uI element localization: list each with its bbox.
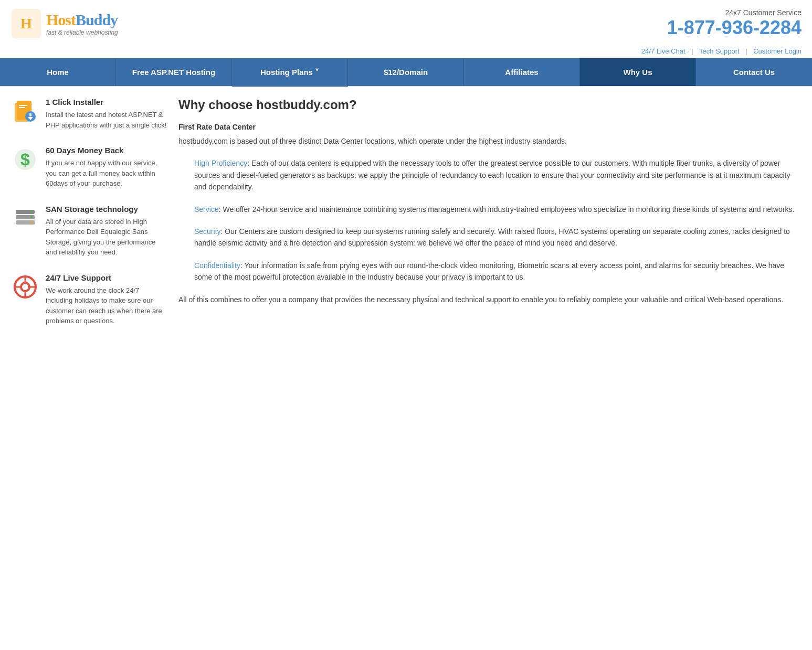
security-text: Security: Our Centers are custom designe…	[194, 226, 802, 249]
nav-item-asp[interactable]: Free ASP.NET Hosting	[116, 58, 232, 87]
svg-text:$: $	[20, 150, 30, 169]
nav-item-hosting-plans[interactable]: Hosting Plans ˅	[232, 58, 348, 87]
live-support-title: 24/7 Live Support	[46, 273, 168, 282]
svg-text:H: H	[20, 15, 32, 31]
high-proficiency-body: : Each of our data centers is equipped w…	[194, 159, 790, 191]
logo-tagline: fast & reliable webhosting	[46, 29, 118, 36]
phone-number: 1-877-936-2284	[667, 17, 802, 39]
main-nav: Home Free ASP.NET Hosting Hosting Plans …	[0, 58, 812, 87]
nav-item-contact[interactable]: Contact Us	[696, 58, 812, 87]
security-link[interactable]: Security	[194, 227, 221, 236]
separator-2: |	[745, 47, 747, 55]
installer-desc: Install the latest and hotest ASP.NET & …	[46, 110, 168, 130]
money-back-title: 60 Days Money Back	[46, 146, 168, 155]
confidentiality-text: Confidentiality: Your information is saf…	[194, 260, 802, 283]
san-storage-content: SAN Storage technology All of your data …	[46, 205, 168, 258]
installer-content: 1 Click Installer Install the latest and…	[46, 98, 168, 130]
dollar-icon: $	[10, 146, 39, 172]
money-back-desc: If you are not happy with our service, y…	[46, 158, 168, 189]
subsection-confidentiality: Confidentiality: Your information is saf…	[194, 260, 802, 283]
support-icon	[10, 273, 39, 300]
logo-area: H HostBuddy fast & reliable webhosting	[10, 8, 118, 39]
svg-point-15	[30, 216, 33, 218]
san-storage-desc: All of your data are stored in High Perf…	[46, 217, 168, 258]
header-right: 24x7 Customer Service 1-877-936-2284	[667, 8, 802, 39]
nav-item-why-us[interactable]: Why Us	[580, 58, 696, 87]
confidentiality-link[interactable]: Confidentiality	[194, 261, 240, 270]
logo-icon: H	[10, 8, 42, 39]
live-support-content: 24/7 Live Support We work around the clo…	[46, 273, 168, 326]
sidebar-san-storage: SAN Storage technology All of your data …	[10, 205, 168, 258]
subsection-high-proficiency: High Proficiency: Each of our data cente…	[194, 157, 802, 193]
sidebar-click-installer: 1 Click Installer Install the latest and…	[10, 98, 168, 130]
section-intro: hostbuddy.com is based out of three dist…	[178, 135, 802, 147]
security-body: : Our Centers are custom designed to kee…	[194, 227, 790, 247]
page-title: Why choose hostbuddy.com?	[178, 98, 802, 112]
customer-service-label: 24x7 Customer Service	[667, 8, 802, 17]
high-proficiency-link[interactable]: High Proficiency	[194, 159, 247, 167]
tech-support-link[interactable]: Tech Support	[699, 47, 740, 55]
svg-point-18	[21, 283, 29, 291]
confidentiality-body: : Your information is safe from prying e…	[194, 261, 784, 281]
sidebar-money-back: $ 60 Days Money Back If you are not happ…	[10, 146, 168, 189]
customer-login-link[interactable]: Customer Login	[753, 47, 802, 55]
money-back-content: 60 Days Money Back If you are not happy …	[46, 146, 168, 189]
nav-item-affiliates[interactable]: Affiliates	[464, 58, 580, 87]
installer-title: 1 Click Installer	[46, 98, 168, 106]
logo-name-part2: Buddy	[76, 11, 118, 28]
nav-item-home[interactable]: Home	[0, 58, 116, 87]
svg-point-14	[30, 211, 33, 213]
logo-name-part1: Host	[46, 11, 76, 28]
service-body: : We offer 24-hour service and maintenan…	[219, 205, 795, 214]
sidebar: 1 Click Installer Install the latest and…	[10, 98, 168, 342]
service-link[interactable]: Service	[194, 205, 219, 214]
installer-icon	[10, 98, 39, 124]
high-proficiency-text: High Proficiency: Each of our data cente…	[194, 157, 802, 193]
main-wrapper: 1 Click Installer Install the latest and…	[0, 87, 812, 353]
nav-item-domain[interactable]: $12/Domain	[348, 58, 464, 87]
section-title: First Rate Data Center	[178, 123, 802, 131]
subsection-security: Security: Our Centers are custom designe…	[194, 226, 802, 249]
storage-icon	[10, 205, 39, 231]
svg-point-16	[30, 221, 33, 223]
sidebar-live-support: 24/7 Live Support We work around the clo…	[10, 273, 168, 326]
san-storage-title: SAN Storage technology	[46, 205, 168, 214]
live-chat-link[interactable]: 24/7 Live Chat	[641, 47, 686, 55]
separator-1: |	[691, 47, 693, 55]
main-content: Why choose hostbuddy.com? First Rate Dat…	[178, 98, 802, 342]
header: H HostBuddy fast & reliable webhosting 2…	[0, 0, 812, 45]
svg-rect-7	[19, 105, 27, 106]
subsection-service: Service: We offer 24-hour service and ma…	[194, 204, 802, 215]
conclusion: All of this combines to offer you a comp…	[178, 294, 802, 305]
header-links: 24/7 Live Chat | Tech Support | Customer…	[0, 45, 812, 58]
svg-rect-5	[29, 113, 31, 116]
live-support-desc: We work around the clock 24/7 including …	[46, 285, 168, 326]
svg-rect-8	[19, 107, 25, 108]
service-text: Service: We offer 24-hour service and ma…	[194, 204, 802, 215]
